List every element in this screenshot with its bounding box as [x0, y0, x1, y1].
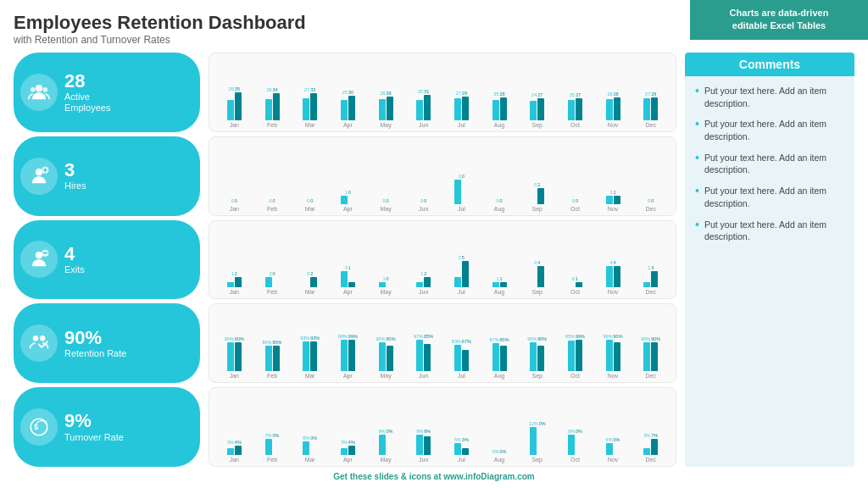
kpi-label-3: Retention Rate	[64, 348, 126, 359]
bar-labels-3-0: 90%90%	[225, 336, 244, 341]
bar-dark-2-2	[310, 277, 317, 288]
bar-pair-2-0	[227, 277, 242, 288]
month-label-0-6: Jul	[458, 122, 465, 128]
bar-dark-3-0	[235, 342, 242, 371]
svg-point-10	[33, 336, 39, 341]
bar-pair-4-3	[341, 446, 355, 455]
bar-label-teal-0-10: 26	[607, 92, 612, 97]
comment-item-3: •Put your text here. Add an item descrip…	[695, 185, 844, 209]
bar-teal-4-3	[341, 448, 348, 455]
bar-label-teal-4-10: 5%	[606, 437, 613, 442]
month-label-4-10: Nov	[608, 457, 618, 463]
bar-teal-1-6	[454, 180, 461, 204]
month-label-3-7: Aug	[494, 373, 504, 379]
charts-column: 2535Jan2634Feb2733Mar2530Apr2629May2531J…	[209, 53, 676, 467]
month-label-1-3: Apr	[343, 206, 353, 212]
bar-label-teal-4-11: 3%	[643, 433, 650, 438]
kpi-icon-hires	[20, 158, 58, 195]
bar-dark-1-8	[537, 188, 544, 204]
bar-labels-4-7: 0%0%	[492, 449, 507, 454]
month-label-0-0: Jan	[230, 122, 239, 128]
bar-labels-3-7: 87%80%	[490, 337, 509, 342]
bar-teal-4-0	[227, 448, 234, 455]
bar-labels-4-6: 5%3%	[454, 437, 469, 442]
banner-line2: editable Excel Tables	[732, 20, 826, 30]
bar-labels-1-10: 11	[609, 190, 615, 195]
month-label-2-1: Feb	[267, 289, 277, 295]
bar-teal-0-4	[379, 99, 386, 120]
month-label-0-4: May	[380, 122, 391, 128]
bar-labels-4-2: 6%0%	[303, 435, 317, 441]
month-group-3-2: 93%93%Mar	[292, 336, 328, 379]
bar-label-teal-1-11: 0	[648, 198, 650, 203]
bar-label-dark-0-7: 28	[500, 92, 505, 97]
bar-label-dark-1-8: 2	[537, 182, 540, 187]
month-label-1-5: Jun	[419, 206, 428, 212]
kpi-icon-turnover: $	[20, 408, 58, 446]
bar-dark-2-11	[651, 271, 658, 287]
bar-labels-4-3: 3%4%	[341, 440, 355, 445]
bar-labels-2-5: 12	[420, 271, 426, 276]
bar-labels-2-8: 04	[534, 260, 540, 265]
bar-labels-1-6: 30	[459, 174, 465, 179]
bar-label-dark-1-2: 0	[310, 198, 313, 203]
bar-label-dark-2-7: 1	[500, 276, 503, 281]
comment-bullet-2: •	[695, 152, 699, 176]
bar-teal-2-10	[606, 266, 613, 287]
bar-label-dark-3-9: 99%	[576, 334, 585, 339]
bar-dark-3-4	[387, 346, 393, 371]
month-group-0-1: 2634Feb	[254, 87, 291, 128]
bar-label-dark-0-11: 28	[651, 92, 656, 97]
bar-pair-0-0	[227, 92, 242, 120]
bar-dark-2-0	[235, 277, 242, 288]
bar-dark-0-10	[614, 97, 620, 120]
month-group-4-11: 3%7%Dec	[632, 433, 669, 463]
month-label-2-7: Aug	[494, 289, 504, 295]
bar-label-dark-2-5: 2	[424, 271, 426, 276]
comment-bullet-4: •	[695, 219, 699, 243]
bar-label-dark-3-2: 93%	[310, 336, 320, 341]
bar-dark-3-5	[424, 344, 431, 371]
bar-labels-0-0: 2535	[229, 86, 240, 92]
bar-labels-3-5: 97%85%	[414, 334, 433, 339]
bar-labels-4-8: 12%0%	[529, 421, 546, 426]
bar-dark-3-6	[462, 350, 469, 371]
bar-label-teal-0-11: 27	[645, 92, 650, 97]
month-group-0-7: 2528Aug	[481, 92, 518, 128]
bar-label-dark-4-8: 0%	[539, 421, 546, 426]
bar-label-teal-0-5: 25	[418, 89, 423, 94]
bar-label-teal-2-5: 1	[420, 271, 423, 276]
bar-label-dark-2-2: 2	[310, 271, 313, 276]
bar-label-teal-1-8: 0	[534, 182, 537, 187]
bar-label-teal-3-1: 80%	[262, 340, 271, 345]
bar-pair-2-2	[303, 277, 317, 288]
kpi-label-1: Hires	[64, 180, 86, 191]
month-group-0-11: 2728Dec	[632, 92, 669, 128]
bar-label-teal-3-7: 87%	[490, 337, 499, 342]
bar-dark-2-5	[424, 277, 431, 288]
bar-label-teal-0-3: 25	[342, 90, 348, 95]
bar-dark-4-0	[235, 446, 242, 455]
bar-pair-0-6	[454, 97, 469, 120]
bar-labels-0-3: 2530	[342, 90, 353, 95]
bar-teal-3-10	[606, 340, 613, 372]
bar-pair-1-8	[530, 188, 544, 204]
bar-label-dark-3-0: 90%	[235, 336, 244, 341]
bar-label-teal-0-9: 25	[570, 92, 575, 97]
bar-label-dark-2-4: 0	[387, 276, 389, 281]
month-group-0-3: 2530Apr	[330, 90, 366, 128]
month-label-2-5: Jun	[419, 289, 428, 295]
month-group-1-9: 00Oct	[557, 198, 593, 212]
bar-labels-2-10: 44	[609, 260, 615, 265]
bar-pair-0-11	[643, 97, 658, 120]
bar-labels-2-2: 02	[307, 271, 313, 276]
bar-label-teal-0-7: 25	[493, 92, 498, 97]
bar-dark-3-7	[500, 346, 507, 371]
bar-label-dark-3-8: 80%	[537, 336, 547, 341]
bar-label-teal-4-2: 6%	[303, 435, 309, 441]
month-label-0-10: Nov	[608, 122, 618, 128]
bar-label-teal-2-10: 4	[609, 260, 612, 265]
bar-labels-0-10: 2628	[607, 92, 618, 97]
bar-labels-2-3: 31	[345, 265, 351, 270]
chart-bars-3: 90%90%Jan80%80%Feb93%93%Mar99%99%Apr90%8…	[216, 308, 669, 380]
